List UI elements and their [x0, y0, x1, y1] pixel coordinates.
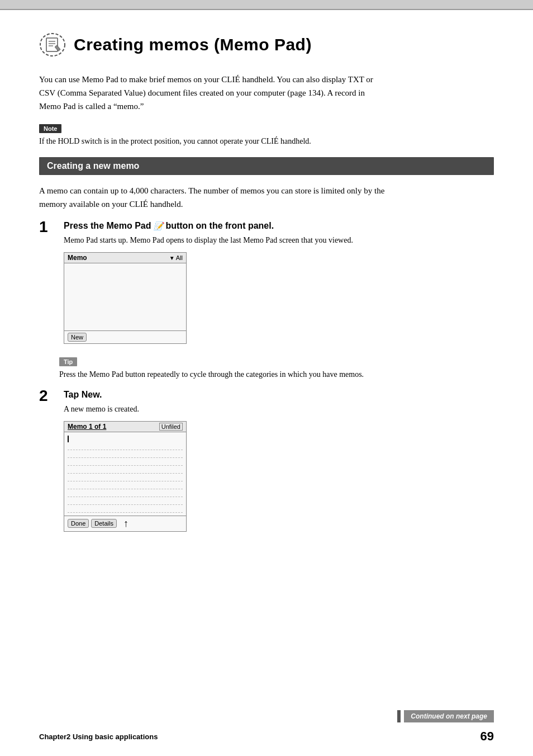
screen1-category: All — [176, 254, 183, 261]
screen2-done-btn: Done — [68, 519, 89, 528]
screen1-body — [64, 263, 186, 330]
memo-pad-button-icon: 📝 — [154, 221, 163, 230]
tip-text: Press the Memo Pad button repeatedly to … — [59, 368, 406, 381]
title-area: Creating memos (Memo Pad) — [39, 32, 494, 57]
step-1-number: 1 — [39, 219, 59, 236]
arrow-up-icon: ↑ — [123, 518, 129, 530]
memo-line — [68, 474, 183, 481]
screen2-footer: Done Details ↑ — [64, 516, 186, 531]
tip-box: Tip Press the Memo Pad button repeatedly… — [59, 356, 494, 381]
screen1-new-btn: New — [68, 333, 87, 342]
tip-label: Tip — [59, 357, 77, 366]
device-titlebar-1: Memo ▼ All — [64, 253, 186, 263]
screen2-category: Unfiled — [159, 423, 183, 431]
continued-bar: Continued on next page — [397, 710, 494, 722]
note-label: Note — [39, 124, 61, 133]
step-1: 1 Press the Memo Pad 📝 button on the fro… — [39, 220, 494, 351]
note-text: If the HOLD switch is in the protect pos… — [39, 135, 430, 147]
memo-line — [68, 505, 183, 513]
device-screen-1: Memo ▼ All New — [64, 252, 187, 344]
page-footer: Chapter2 Using basic applications 69 — [0, 729, 533, 744]
memo-line — [68, 498, 183, 505]
top-bar — [0, 0, 533, 10]
step-1-desc: Memo Pad starts up. Memo Pad opens to di… — [64, 234, 388, 247]
section-intro: A memo can contain up to 4,000 character… — [39, 184, 408, 211]
device-titlebar-2: Memo 1 of 1 Unfiled — [64, 422, 186, 432]
section-header: Creating a new memo — [39, 157, 494, 175]
screen1-title: Memo — [68, 254, 87, 262]
memo-line — [68, 459, 183, 466]
memo-line — [68, 466, 183, 474]
step-2-desc: A new memo is created. — [64, 403, 388, 415]
step-2-content: Tap New. A new memo is created. Memo 1 o… — [64, 389, 494, 538]
step-2-number: 2 — [39, 388, 59, 405]
screen1-footer: New — [64, 330, 186, 343]
continued-bar-accent — [397, 710, 401, 722]
memo-pad-icon — [39, 32, 66, 57]
step-2-title: Tap New. — [64, 389, 494, 401]
footer-chapter-bold: Chapter2 — [39, 733, 70, 741]
device-screen-2: Memo 1 of 1 Unfiled Done — [64, 421, 187, 532]
footer-chapter: Chapter2 Using basic applications — [39, 733, 158, 741]
memo-line — [68, 490, 183, 497]
memo-line — [68, 482, 183, 489]
note-box: Note If the HOLD switch is in the protec… — [39, 123, 494, 147]
dropdown-arrow-icon: ▼ — [169, 255, 175, 261]
step-2: 2 Tap New. A new memo is created. Memo 1… — [39, 389, 494, 538]
screen1-dropdown: ▼ All — [169, 254, 183, 261]
intro-text: You can use Memo Pad to make brief memos… — [39, 73, 386, 113]
step-1-content: Press the Memo Pad 📝 button on the front… — [64, 220, 494, 351]
step-1-title: Press the Memo Pad 📝 button on the front… — [64, 220, 494, 232]
footer-page-number: 69 — [480, 729, 494, 744]
memo-line — [68, 451, 183, 458]
cursor-icon — [68, 436, 69, 442]
footer-chapter-normal: Using basic applications — [70, 733, 158, 741]
screen2-body — [64, 432, 186, 516]
svg-rect-1 — [46, 38, 58, 51]
memo-line — [68, 443, 183, 450]
screen2-details-btn: Details — [91, 519, 117, 528]
continued-label: Continued on next page — [404, 710, 494, 722]
page-title: Creating memos (Memo Pad) — [74, 35, 312, 54]
screen2-title: Memo 1 of 1 — [68, 423, 106, 431]
